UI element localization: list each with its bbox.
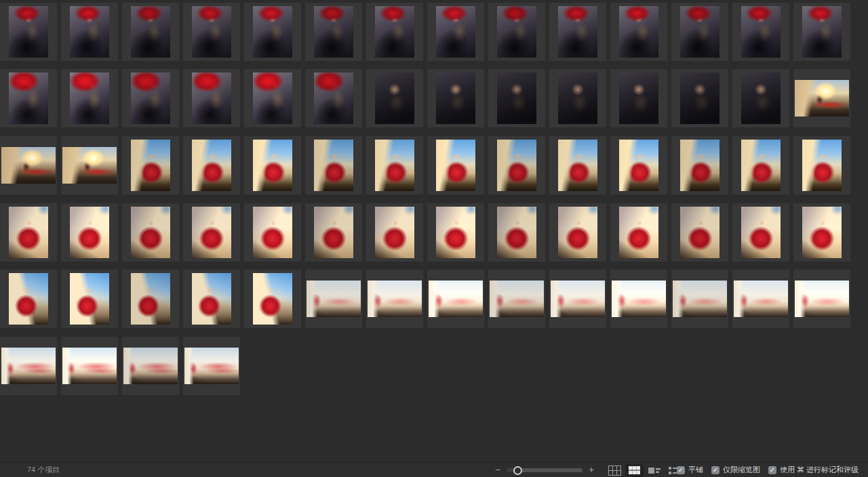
photo-thumbnail[interactable] (793, 69, 850, 127)
photo-thumbnail[interactable] (244, 136, 301, 194)
photo-thumbnail[interactable] (122, 337, 179, 395)
checkbox-icon[interactable] (711, 466, 719, 474)
photo-image-studio (375, 6, 414, 58)
photo-thumbnail[interactable] (0, 270, 57, 328)
display-option: 平铺 (677, 465, 703, 475)
photo-thumbnail[interactable] (305, 270, 362, 328)
photo-thumbnail[interactable] (488, 270, 545, 328)
photo-image-wallP2 (9, 273, 48, 325)
photo-thumbnail[interactable] (427, 136, 484, 194)
photo-thumbnail[interactable] (732, 69, 789, 127)
photo-thumbnail[interactable] (122, 203, 179, 262)
photo-thumbnail[interactable] (488, 136, 545, 194)
photo-thumbnail[interactable] (61, 69, 118, 127)
photo-image-studio (802, 6, 842, 58)
photo-thumbnail[interactable] (244, 69, 301, 127)
photo-thumbnail[interactable] (549, 69, 606, 127)
photo-thumbnail[interactable] (793, 136, 850, 194)
photo-thumbnail[interactable] (183, 270, 240, 328)
photo-thumbnail[interactable] (305, 203, 362, 262)
photo-thumbnail[interactable] (671, 203, 728, 262)
photo-thumbnail[interactable] (183, 337, 240, 395)
photo-image-redskyP (619, 140, 658, 191)
photo-thumbnail[interactable] (549, 3, 606, 61)
checkbox-icon[interactable] (677, 466, 685, 474)
photo-thumbnail[interactable] (610, 203, 667, 262)
photo-thumbnail[interactable] (366, 203, 423, 262)
photo-image-redskyP (253, 140, 292, 191)
photo-thumbnail[interactable] (122, 69, 179, 127)
photo-thumbnail[interactable] (183, 69, 240, 127)
photo-thumbnail[interactable] (610, 69, 667, 127)
photo-thumbnail[interactable] (427, 203, 484, 262)
photo-thumbnail[interactable] (183, 3, 240, 61)
photo-image-wallP (375, 207, 414, 258)
photo-thumbnail[interactable] (305, 136, 362, 194)
photo-thumbnail[interactable] (671, 270, 728, 328)
photo-thumbnail[interactable] (366, 270, 423, 328)
photo-thumbnail[interactable] (0, 337, 57, 395)
photo-thumbnail[interactable] (488, 203, 545, 262)
photo-thumbnail[interactable] (183, 203, 240, 262)
photo-thumbnail[interactable] (122, 3, 179, 61)
photo-thumbnail[interactable] (244, 270, 301, 328)
photo-image-veil (741, 72, 781, 124)
photo-thumbnail[interactable] (0, 3, 57, 61)
view-grid-large-button[interactable] (606, 464, 624, 477)
photo-thumbnail[interactable] (671, 3, 728, 61)
photo-image-studio (619, 6, 658, 58)
photo-thumbnail[interactable] (183, 136, 240, 194)
photo-thumbnail[interactable] (122, 136, 179, 194)
photo-image-brightL (734, 281, 788, 317)
photo-thumbnail[interactable] (732, 136, 789, 194)
photo-thumbnail[interactable] (549, 203, 606, 262)
slider-knob[interactable] (513, 466, 522, 475)
photo-thumbnail[interactable] (305, 69, 362, 127)
photo-thumbnail[interactable] (0, 136, 57, 194)
photo-thumbnail[interactable] (610, 270, 667, 328)
photo-thumbnail[interactable] (427, 270, 484, 328)
photo-thumbnail[interactable] (793, 3, 850, 61)
photo-thumbnail[interactable] (427, 69, 484, 127)
photo-thumbnail[interactable] (305, 3, 362, 61)
photo-thumbnail[interactable] (549, 270, 606, 328)
photo-thumbnail[interactable] (0, 69, 57, 127)
photo-thumbnail[interactable] (0, 203, 57, 262)
photo-thumbnail[interactable] (488, 3, 545, 61)
photo-thumbnail[interactable] (61, 337, 118, 395)
photo-thumbnail[interactable] (61, 203, 118, 262)
photo-thumbnail[interactable] (61, 3, 118, 61)
photo-image-wallP (314, 207, 353, 258)
zoom-in-button[interactable]: + (587, 463, 595, 477)
photo-thumbnail[interactable] (732, 203, 789, 262)
photo-thumbnail[interactable] (610, 3, 667, 61)
photo-thumbnail[interactable] (732, 3, 789, 61)
photo-thumbnail[interactable] (366, 136, 423, 194)
photo-thumbnail[interactable] (549, 136, 606, 194)
photo-thumbnail[interactable] (366, 3, 423, 61)
view-thumbnail-details-button[interactable] (645, 464, 663, 477)
photo-thumbnail[interactable] (122, 270, 179, 328)
photo-thumbnail[interactable] (671, 69, 728, 127)
zoom-out-button[interactable]: − (494, 463, 502, 477)
checkbox-icon[interactable] (768, 466, 776, 474)
photo-thumbnail[interactable] (793, 203, 850, 262)
photo-thumbnail[interactable] (244, 3, 301, 61)
display-option: 仅限缩览图 (711, 465, 760, 475)
photo-thumbnail[interactable] (732, 270, 789, 328)
photo-thumbnail[interactable] (61, 136, 118, 194)
photo-thumbnail[interactable] (427, 3, 484, 61)
photo-image-wallP2 (192, 273, 231, 325)
thumbnail-size-slider[interactable] (507, 463, 583, 477)
photo-thumbnail[interactable] (671, 136, 728, 194)
photo-thumbnail[interactable] (366, 69, 423, 127)
photo-thumbnail[interactable] (61, 270, 118, 328)
photo-image-brightL (673, 281, 727, 317)
photo-thumbnail[interactable] (488, 69, 545, 127)
photo-image-redskyP (497, 140, 536, 191)
photo-thumbnail[interactable] (610, 136, 667, 194)
photo-image-brightL (551, 281, 605, 317)
photo-thumbnail[interactable] (793, 270, 850, 328)
photo-thumbnail[interactable] (244, 203, 301, 262)
view-thumbnails-button[interactable] (625, 464, 644, 477)
